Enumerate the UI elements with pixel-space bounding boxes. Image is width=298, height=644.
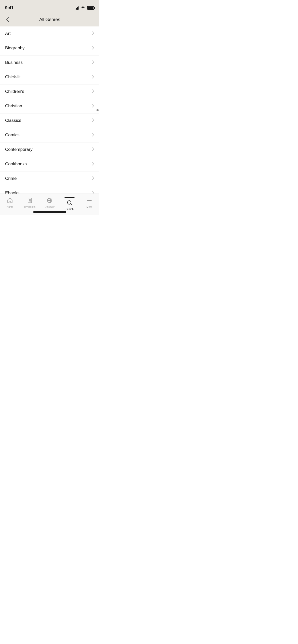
chevron-right-icon bbox=[92, 60, 94, 65]
search-icon bbox=[66, 200, 73, 207]
tab-home-label: Home bbox=[7, 206, 13, 208]
tab-discover-label: Discover bbox=[45, 206, 55, 208]
tab-more-label: More bbox=[87, 206, 92, 208]
genre-label: Chick-lit bbox=[5, 75, 20, 80]
mybooks-icon bbox=[27, 197, 33, 204]
tab-search[interactable]: Search bbox=[60, 196, 79, 212]
genre-label: Comics bbox=[5, 133, 20, 138]
tab-home[interactable]: Home bbox=[0, 196, 20, 209]
tab-mybooks[interactable]: My Books bbox=[20, 196, 40, 209]
chevron-right-icon bbox=[92, 133, 94, 138]
chevron-right-icon bbox=[92, 75, 94, 80]
chevron-right-icon bbox=[92, 176, 94, 181]
nav-header: All Genres bbox=[0, 13, 99, 26]
genre-label: Crime bbox=[5, 176, 17, 181]
status-icons bbox=[75, 6, 94, 10]
genre-item[interactable]: Crime bbox=[0, 171, 99, 186]
active-indicator bbox=[64, 197, 75, 198]
genre-list[interactable]: Art Biography Business Chick-lit Childre bbox=[0, 26, 99, 194]
genre-item[interactable]: Classics bbox=[0, 113, 99, 128]
genre-label: Christian bbox=[5, 104, 22, 109]
genre-item[interactable]: Art bbox=[0, 26, 99, 41]
genre-item[interactable]: Children's bbox=[0, 84, 99, 99]
chevron-right-icon bbox=[92, 162, 94, 167]
chevron-right-icon bbox=[92, 46, 94, 51]
genre-item[interactable]: Cookbooks bbox=[0, 157, 99, 171]
genre-item[interactable]: Biography bbox=[0, 41, 99, 55]
more-icon bbox=[86, 197, 92, 204]
wifi-icon bbox=[81, 6, 85, 10]
discover-icon bbox=[47, 197, 53, 204]
genre-label: Contemporary bbox=[5, 147, 33, 152]
home-icon bbox=[7, 197, 13, 204]
chevron-right-icon bbox=[92, 104, 94, 109]
chevron-right-icon bbox=[92, 89, 94, 94]
chevron-right-icon bbox=[92, 147, 94, 152]
genre-label: Ebooks bbox=[5, 191, 20, 194]
tab-mybooks-label: My Books bbox=[24, 206, 35, 208]
status-time: 9:41 bbox=[5, 5, 13, 10]
chevron-right-icon bbox=[92, 31, 94, 36]
genre-item[interactable]: Chick-lit bbox=[0, 70, 99, 84]
tab-search-label: Search bbox=[65, 208, 74, 211]
genre-item[interactable]: Comics bbox=[0, 128, 99, 142]
genre-item[interactable]: Contemporary bbox=[0, 142, 99, 157]
status-bar: 9:41 bbox=[0, 0, 99, 13]
home-indicator bbox=[33, 211, 66, 213]
signal-icon bbox=[75, 6, 79, 10]
genre-item[interactable]: Business bbox=[0, 55, 99, 70]
back-button[interactable] bbox=[4, 15, 11, 24]
genre-label: Biography bbox=[5, 46, 25, 51]
genre-label: Business bbox=[5, 60, 23, 65]
battery-icon bbox=[87, 6, 94, 10]
genre-label: Classics bbox=[5, 118, 21, 123]
genre-item[interactable]: Ebooks bbox=[0, 186, 99, 194]
chevron-right-icon bbox=[92, 191, 94, 194]
genre-label: Children's bbox=[5, 89, 24, 94]
genre-label: Cookbooks bbox=[5, 162, 27, 167]
tab-more[interactable]: More bbox=[79, 196, 99, 209]
genre-item[interactable]: Christian bbox=[0, 99, 99, 113]
chevron-right-icon bbox=[92, 118, 94, 123]
tab-discover[interactable]: Discover bbox=[40, 196, 60, 209]
genre-label: Art bbox=[5, 31, 11, 36]
scroll-indicator bbox=[97, 109, 99, 111]
page-title: All Genres bbox=[39, 17, 60, 22]
